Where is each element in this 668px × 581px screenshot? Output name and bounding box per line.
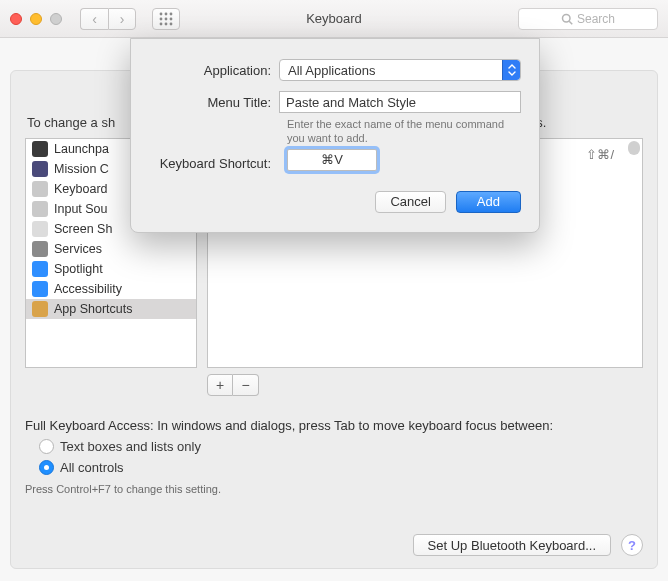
app-shortcuts-icon: [32, 301, 48, 317]
svg-point-6: [160, 22, 163, 25]
shortcut-label: Keyboard Shortcut:: [149, 156, 279, 171]
preferences-window: ‹ › Keyboard Search: [0, 0, 668, 581]
traffic-lights: [10, 13, 62, 25]
back-button[interactable]: ‹: [80, 8, 108, 30]
gear-icon: [32, 241, 48, 257]
search-icon: [561, 13, 573, 25]
mission-control-icon: [32, 161, 48, 177]
sidebar-item-label: Spotlight: [54, 262, 103, 276]
close-icon[interactable]: [10, 13, 22, 25]
radio-label: Text boxes and lists only: [60, 439, 201, 454]
svg-point-9: [562, 14, 570, 22]
sidebar-item-label: Services: [54, 242, 102, 256]
svg-point-1: [165, 12, 168, 15]
application-value: All Applications: [288, 63, 375, 78]
radio-icon: [39, 439, 54, 454]
add-shortcut-sheet: Application: All Applications Menu Title…: [130, 38, 540, 233]
svg-point-4: [165, 17, 168, 20]
plus-icon: +: [216, 377, 224, 393]
svg-point-2: [170, 12, 173, 15]
svg-point-0: [160, 12, 163, 15]
menu-title-label: Menu Title:: [149, 95, 279, 110]
chevron-updown-icon: [502, 60, 520, 80]
forward-button[interactable]: ›: [108, 8, 136, 30]
svg-point-8: [170, 22, 173, 25]
sidebar-item-label: Launchpa: [54, 142, 109, 156]
bluetooth-keyboard-button[interactable]: Set Up Bluetooth Keyboard...: [413, 534, 611, 556]
menu-title-value: Paste and Match Style: [286, 95, 416, 110]
cancel-button[interactable]: Cancel: [375, 191, 445, 213]
footer-row: Set Up Bluetooth Keyboard... ?: [25, 534, 643, 556]
add-button[interactable]: Add: [456, 191, 521, 213]
show-all-button[interactable]: [152, 8, 180, 30]
window-title: Keyboard: [306, 11, 362, 26]
launchpad-icon: [32, 141, 48, 157]
chevron-right-icon: ›: [120, 11, 125, 27]
spotlight-icon: [32, 261, 48, 277]
radio-label: All controls: [60, 460, 124, 475]
shortcut-input[interactable]: ⌘V: [287, 149, 377, 171]
sidebar-item-label: App Shortcuts: [54, 302, 133, 316]
scrollbar-thumb[interactable]: [628, 141, 640, 155]
maximize-icon: [50, 13, 62, 25]
application-row: Application: All Applications: [149, 59, 521, 81]
shortcut-value: ⌘V: [321, 152, 343, 167]
radio-all-controls[interactable]: All controls: [39, 460, 643, 475]
full-keyboard-access-label: Full Keyboard Access: In windows and dia…: [25, 418, 643, 433]
radio-text-boxes[interactable]: Text boxes and lists only: [39, 439, 643, 454]
sidebar-item-label: Accessibility: [54, 282, 122, 296]
search-placeholder: Search: [577, 12, 615, 26]
svg-point-3: [160, 17, 163, 20]
search-field[interactable]: Search: [518, 8, 658, 30]
sidebar-item-app-shortcuts[interactable]: App Shortcuts: [26, 299, 196, 319]
keyboard-icon: [32, 181, 48, 197]
sidebar-item-label: Screen Sh: [54, 222, 112, 236]
radio-icon: [39, 460, 54, 475]
help-button[interactable]: ?: [621, 534, 643, 556]
sidebar-item-label: Input Sou: [54, 202, 108, 216]
menu-title-input[interactable]: Paste and Match Style: [279, 91, 521, 113]
minimize-icon[interactable]: [30, 13, 42, 25]
minus-icon: −: [241, 377, 249, 393]
nav-buttons: ‹ ›: [80, 8, 136, 30]
detail-shortcut-hint: ⇧⌘/: [586, 147, 614, 162]
chevron-left-icon: ‹: [92, 11, 97, 27]
svg-point-5: [170, 17, 173, 20]
grid-icon: [159, 12, 173, 26]
add-remove-group: + −: [207, 374, 643, 396]
sidebar-item-label: Mission C: [54, 162, 109, 176]
menu-title-helper: Enter the exact name of the menu command…: [287, 117, 521, 146]
application-select[interactable]: All Applications: [279, 59, 521, 81]
fka-hint: Press Control+F7 to change this setting.: [25, 483, 643, 495]
application-label: Application:: [149, 63, 279, 78]
input-sources-icon: [32, 201, 48, 217]
camera-icon: [32, 221, 48, 237]
sidebar-item-label: Keyboard: [54, 182, 108, 196]
sheet-buttons: Cancel Add: [149, 191, 521, 213]
accessibility-icon: [32, 281, 48, 297]
add-button[interactable]: +: [207, 374, 233, 396]
svg-point-7: [165, 22, 168, 25]
intro-fragment-left: To change a sh: [27, 115, 115, 130]
titlebar: ‹ › Keyboard Search: [0, 0, 668, 38]
menu-title-row: Menu Title: Paste and Match Style: [149, 91, 521, 113]
remove-button[interactable]: −: [233, 374, 259, 396]
sidebar-item-accessibility[interactable]: Accessibility: [26, 279, 196, 299]
svg-line-10: [569, 21, 572, 24]
sidebar-item-spotlight[interactable]: Spotlight: [26, 259, 196, 279]
sidebar-item-services[interactable]: Services: [26, 239, 196, 259]
